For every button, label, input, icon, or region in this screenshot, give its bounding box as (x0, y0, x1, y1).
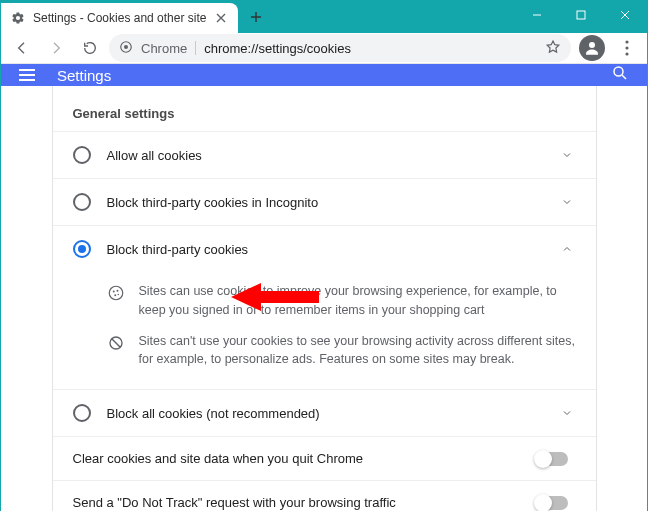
svg-point-3 (589, 42, 595, 48)
omnibox-divider (195, 41, 196, 55)
svg-point-9 (112, 291, 114, 293)
toggle-label: Send a "Do Not Track" request with your … (73, 495, 520, 510)
detail-cookies-allowed: Sites can use cookies to improve your br… (107, 276, 576, 326)
toggle-switch[interactable] (536, 452, 568, 466)
option-block-3p-cookies[interactable]: Block third-party cookies (53, 225, 596, 272)
detail-cookies-blocked: Sites can't use your cookies to see your… (107, 326, 576, 376)
chevron-down-icon[interactable] (558, 404, 576, 422)
detail-text: Sites can use cookies to improve your br… (139, 282, 576, 320)
browser-window: Settings - Cookies and other site (0, 0, 648, 511)
appbar-title: Settings (57, 67, 111, 84)
settings-app-bar: Settings (1, 64, 647, 86)
back-button[interactable] (7, 33, 37, 63)
chevron-down-icon[interactable] (558, 146, 576, 164)
svg-point-4 (625, 40, 628, 43)
title-bar: Settings - Cookies and other site (1, 1, 647, 33)
svg-point-2 (124, 44, 128, 48)
browser-menu-button[interactable] (613, 34, 641, 62)
chevron-up-icon[interactable] (558, 240, 576, 258)
radio-icon (73, 193, 91, 211)
svg-point-10 (116, 290, 118, 292)
detail-text: Sites can't use your cookies to see your… (139, 332, 576, 370)
hamburger-menu-button[interactable] (19, 69, 35, 81)
gear-icon (11, 11, 25, 25)
settings-scroll-area[interactable]: General settings Allow all cookies Block… (1, 86, 647, 511)
url-scheme-label: Chrome (141, 41, 187, 56)
svg-point-5 (625, 46, 628, 49)
option-label: Allow all cookies (107, 148, 542, 163)
address-bar[interactable]: Chrome chrome://settings/cookies (109, 34, 571, 62)
toggle-label: Clear cookies and site data when you qui… (73, 451, 520, 466)
profile-avatar[interactable] (579, 35, 605, 61)
close-tab-button[interactable] (214, 11, 228, 25)
svg-point-7 (614, 67, 623, 76)
svg-point-6 (625, 52, 628, 55)
svg-point-11 (114, 294, 116, 296)
svg-rect-0 (577, 11, 585, 19)
browser-toolbar: Chrome chrome://settings/cookies (1, 33, 647, 64)
settings-card: General settings Allow all cookies Block… (52, 86, 597, 511)
bookmark-star-icon[interactable] (545, 39, 561, 58)
window-controls (515, 1, 647, 29)
toggle-switch[interactable] (536, 496, 568, 510)
option-label: Block third-party cookies (107, 242, 542, 257)
tab-title: Settings - Cookies and other site (33, 11, 206, 25)
content-area: General settings Allow all cookies Block… (1, 86, 647, 511)
blocked-icon (107, 334, 125, 352)
toggle-do-not-track[interactable]: Send a "Do Not Track" request with your … (53, 480, 596, 511)
option-label: Block third-party cookies in Incognito (107, 195, 542, 210)
toggle-clear-on-quit[interactable]: Clear cookies and site data when you qui… (53, 436, 596, 480)
minimize-button[interactable] (515, 1, 559, 29)
section-title: General settings (53, 86, 596, 131)
option-block-3p-incognito[interactable]: Block third-party cookies in Incognito (53, 178, 596, 225)
settings-search-button[interactable] (611, 64, 629, 86)
radio-icon-checked (73, 240, 91, 258)
close-window-button[interactable] (603, 1, 647, 29)
option-allow-all-cookies[interactable]: Allow all cookies (53, 131, 596, 178)
radio-icon (73, 404, 91, 422)
maximize-button[interactable] (559, 1, 603, 29)
url-text: chrome://settings/cookies (204, 41, 351, 56)
browser-tab[interactable]: Settings - Cookies and other site (1, 3, 238, 33)
option-block-all-cookies[interactable]: Block all cookies (not recommended) (53, 389, 596, 436)
svg-point-8 (109, 286, 123, 300)
radio-icon (73, 146, 91, 164)
chevron-down-icon[interactable] (558, 193, 576, 211)
svg-point-12 (117, 294, 119, 296)
reload-button[interactable] (75, 33, 105, 63)
option-block-3p-details: Sites can use cookies to improve your br… (53, 272, 596, 389)
new-tab-button[interactable] (242, 3, 270, 31)
chrome-scheme-icon (119, 40, 133, 57)
option-label: Block all cookies (not recommended) (107, 406, 542, 421)
forward-button[interactable] (41, 33, 71, 63)
cookie-icon (107, 284, 125, 302)
